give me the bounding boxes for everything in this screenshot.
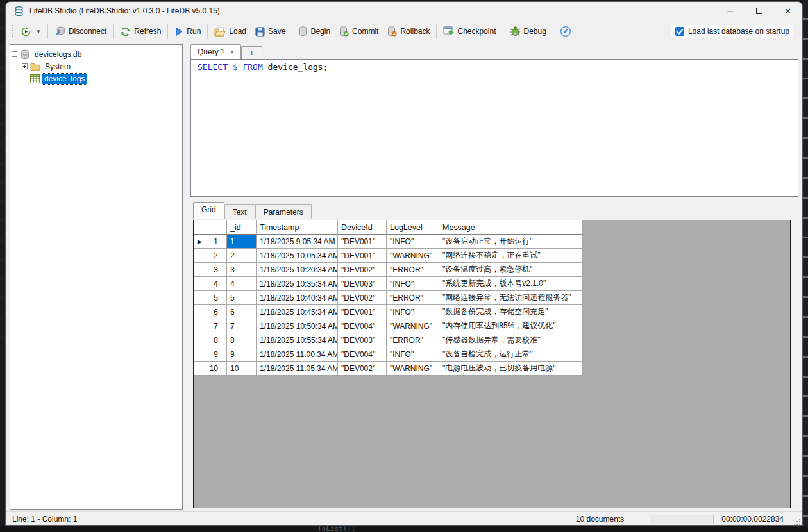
cell-id[interactable]: 8	[227, 333, 257, 347]
tree-label-system[interactable]: System	[43, 62, 72, 72]
table-row[interactable]: ▶ 8 8 1/18/2025 10:55:34 AM "DEV003" "ER…	[194, 333, 583, 347]
cell-message[interactable]: "网络连接不稳定，正在重试"	[439, 249, 583, 263]
cell-loglevel[interactable]: "INFO"	[387, 235, 439, 249]
tab-query-1[interactable]: Query 1 ×	[190, 44, 241, 59]
cell-id[interactable]: 1	[227, 235, 257, 249]
cell-message[interactable]: "网络连接异常，无法访问远程服务器"	[439, 291, 583, 305]
rollback-button[interactable]: Rollback	[383, 24, 434, 39]
cell-timestamp[interactable]: 1/18/2025 10:45:34 AM	[257, 305, 338, 319]
cell-message[interactable]: "传感器数据异常，需要校准"	[439, 333, 583, 347]
cell-timestamp[interactable]: 1/18/2025 10:55:34 AM	[257, 333, 338, 347]
cell-timestamp[interactable]: 1/18/2025 10:35:34 AM	[257, 277, 338, 291]
maximize-button[interactable]	[745, 2, 773, 20]
tree-node-device-logs[interactable]: device_logs	[12, 72, 181, 85]
cell-message[interactable]: "系统更新完成，版本号v2.1.0"	[439, 277, 583, 291]
tab-grid[interactable]: Grid	[193, 202, 224, 219]
header-deviceid[interactable]: DeviceId	[338, 220, 387, 235]
load-button[interactable]: Load	[210, 24, 251, 39]
row-selector-cell[interactable]: ▶ 2	[194, 249, 227, 263]
cell-deviceid[interactable]: "DEV003"	[338, 277, 387, 291]
tree-node-database[interactable]: devicelogs.db	[12, 48, 181, 60]
tree-label-device-logs[interactable]: device_logs	[42, 74, 87, 84]
cell-id[interactable]: 10	[227, 362, 257, 376]
row-selector-cell[interactable]: ▶ 7	[194, 319, 227, 333]
commit-button[interactable]: Commit	[335, 24, 383, 39]
cell-id[interactable]: 5	[227, 291, 257, 305]
refresh-button[interactable]: Refresh	[115, 24, 165, 40]
row-selector-cell[interactable]: ▶ 4	[194, 277, 227, 291]
tab-text[interactable]: Text	[224, 204, 255, 219]
cell-id[interactable]: 3	[227, 263, 257, 277]
table-row[interactable]: ▶ 5 5 1/18/2025 10:40:34 AM "DEV002" "ER…	[194, 291, 583, 305]
begin-button[interactable]: Begin	[294, 24, 335, 39]
cell-loglevel[interactable]: "INFO"	[387, 305, 439, 319]
tree-node-system[interactable]: System	[12, 60, 181, 72]
header-loglevel[interactable]: LogLevel	[387, 220, 439, 235]
add-query-tab[interactable]: +	[241, 46, 262, 59]
cell-deviceid[interactable]: "DEV002"	[338, 263, 387, 277]
table-row[interactable]: ▶ 4 4 1/18/2025 10:35:34 AM "DEV003" "IN…	[194, 277, 583, 291]
header-timestamp[interactable]: Timestamp	[257, 220, 338, 235]
table-row[interactable]: ▶ 2 2 1/18/2025 10:05:34 AM "DEV001" "WA…	[194, 249, 583, 263]
table-row[interactable]: ▶ 7 7 1/18/2025 10:50:34 AM "DEV004" "WA…	[194, 319, 583, 333]
collapse-box-icon[interactable]	[12, 51, 17, 57]
cell-timestamp[interactable]: 1/18/2025 9:05:34 AM	[257, 235, 338, 249]
debug-button[interactable]: Debug	[505, 24, 551, 39]
cell-id[interactable]: 2	[227, 249, 257, 263]
row-selector-cell[interactable]: ▶ 10	[194, 362, 227, 376]
cell-deviceid[interactable]: "DEV004"	[338, 347, 387, 362]
row-selector-cell[interactable]: ▶ 3	[194, 263, 227, 277]
table-row[interactable]: ▶ 9 9 1/18/2025 11:00:34 AM "DEV004" "IN…	[194, 347, 583, 362]
expand-box-icon[interactable]	[22, 63, 28, 69]
table-row[interactable]: ▶ 3 3 1/18/2025 10:20:34 AM "DEV002" "ER…	[194, 263, 583, 277]
cell-id[interactable]: 4	[227, 277, 257, 291]
close-button[interactable]: ✕	[773, 2, 802, 20]
cell-message[interactable]: "电源电压波动，已切换备用电源"	[439, 362, 583, 376]
cell-loglevel[interactable]: "ERROR"	[387, 291, 439, 305]
cell-id[interactable]: 7	[227, 319, 257, 333]
header-row-selector[interactable]	[194, 220, 227, 235]
header-id[interactable]: _id	[227, 220, 257, 235]
disconnect-button[interactable]: Disconnect	[50, 24, 111, 39]
row-selector-cell[interactable]: ▶ 9	[194, 347, 227, 362]
cell-timestamp[interactable]: 1/18/2025 11:00:34 AM	[257, 347, 338, 362]
checkpoint-button[interactable]: Checkpoint	[439, 24, 500, 39]
cell-message[interactable]: "设备启动正常，开始运行"	[439, 235, 583, 249]
cell-timestamp[interactable]: 1/18/2025 11:05:34 AM	[257, 362, 338, 376]
cell-deviceid[interactable]: "DEV003"	[338, 333, 387, 347]
connect-dropdown-button[interactable]: ▼	[16, 24, 46, 40]
cell-message[interactable]: "设备自检完成，运行正常"	[439, 347, 583, 362]
cell-message[interactable]: "设备温度过高，紧急停机"	[439, 263, 583, 277]
sql-editor[interactable]: SELECT $ FROM device_logs;	[190, 59, 798, 197]
run-button[interactable]: Run	[170, 24, 205, 39]
cell-deviceid[interactable]: "DEV002"	[338, 362, 387, 376]
table-row[interactable]: ▶ 6 6 1/18/2025 10:45:34 AM "DEV001" "IN…	[194, 305, 583, 319]
cell-loglevel[interactable]: "ERROR"	[387, 333, 439, 347]
cell-message[interactable]: "数据备份完成，存储空间充足"	[439, 305, 583, 319]
cell-id[interactable]: 6	[227, 305, 257, 319]
minimize-button[interactable]: ─	[716, 2, 745, 20]
table-row[interactable]: ▶ 10 10 1/18/2025 11:05:34 AM "DEV002" "…	[194, 362, 583, 376]
toolbar-grip[interactable]	[11, 24, 13, 38]
close-tab-icon[interactable]: ×	[230, 48, 234, 56]
row-selector-cell[interactable]: ▶ 1	[194, 235, 227, 249]
cell-loglevel[interactable]: "WARNING"	[387, 319, 439, 333]
cell-deviceid[interactable]: "DEV004"	[338, 319, 387, 333]
cell-deviceid[interactable]: "DEV001"	[338, 249, 387, 263]
resize-grip[interactable]	[793, 517, 800, 525]
cell-loglevel[interactable]: "INFO"	[387, 347, 439, 362]
cell-timestamp[interactable]: 1/18/2025 10:20:34 AM	[257, 263, 338, 277]
load-last-database-checkbox[interactable]: Load last database on startup	[671, 25, 793, 38]
cell-deviceid[interactable]: "DEV001"	[338, 235, 387, 249]
cell-loglevel[interactable]: "WARNING"	[387, 249, 439, 263]
cell-timestamp[interactable]: 1/18/2025 10:50:34 AM	[257, 319, 338, 333]
cell-loglevel[interactable]: "ERROR"	[387, 263, 439, 277]
header-message[interactable]: Message	[439, 220, 583, 235]
row-selector-cell[interactable]: ▶ 8	[194, 333, 227, 347]
tree-label-database[interactable]: devicelogs.db	[33, 49, 83, 60]
cell-loglevel[interactable]: "INFO"	[387, 277, 439, 291]
cell-loglevel[interactable]: "WARNING"	[387, 362, 439, 376]
cell-deviceid[interactable]: "DEV002"	[338, 291, 387, 305]
compass-button[interactable]	[555, 23, 576, 40]
row-selector-cell[interactable]: ▶ 6	[194, 305, 227, 319]
